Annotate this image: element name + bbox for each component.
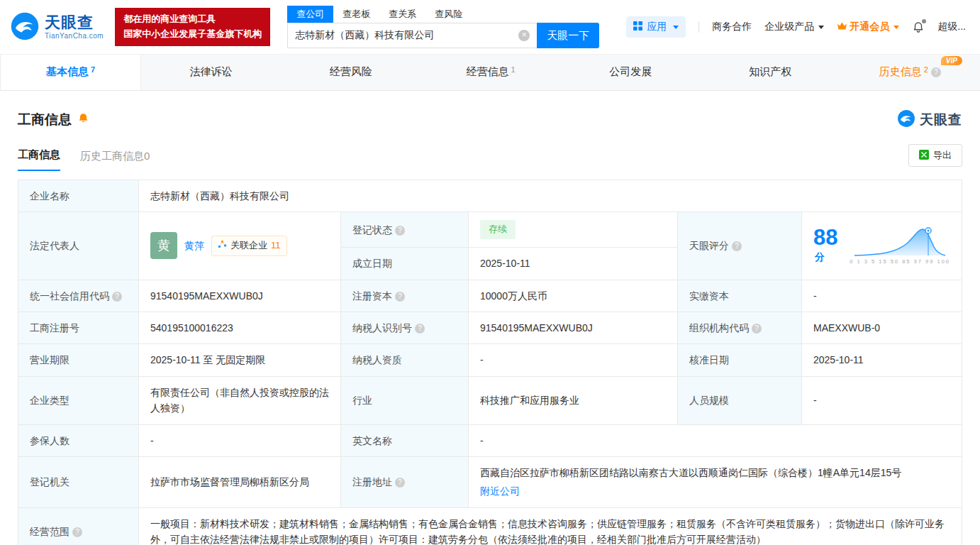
crown-icon (837, 21, 847, 33)
tab-history-info[interactable]: 历史信息2 VIP (840, 55, 980, 90)
help-icon[interactable] (931, 67, 941, 77)
score-unit: 分 (815, 251, 825, 263)
tab-legal-proceedings-label: 法律诉讼 (190, 65, 233, 77)
subtab-business-registration[interactable]: 工商信息 (18, 148, 60, 171)
export-button[interactable]: 导出 (908, 144, 962, 167)
field-label-paid-capital: 实缴资本 (678, 280, 802, 312)
search-tabs: 查公司 查老板 查关系 查风险 (287, 6, 599, 23)
field-label-reg-number: 工商注册号 (18, 312, 139, 343)
field-value-approval-date: 2025-10-11 (802, 344, 962, 376)
section-brand-text: 天眼查 (920, 111, 962, 129)
related-companies-badge[interactable]: 关联企业 11 (211, 236, 287, 256)
reg-status-label-text: 登记状态 (352, 224, 392, 236)
notification-bell-icon[interactable] (912, 21, 925, 33)
chevron-down-icon (893, 26, 899, 29)
business-registration-table: 企业名称 志特新材（西藏）科技有限公司 法定代表人 黄 黄萍 (18, 180, 962, 545)
tianyancha-logo[interactable]: 天眼查 TianYanCha.com (10, 11, 104, 43)
menu-item-open-vip[interactable]: 开通会员 (837, 21, 899, 33)
related-companies-count: 11 (271, 238, 281, 253)
score-number: 88 (813, 225, 837, 250)
clear-search-icon[interactable] (518, 30, 530, 41)
field-value-reg-status: 存续 (469, 212, 678, 248)
field-label-approval-date: 核准日期 (678, 344, 802, 376)
search-tab-boss[interactable]: 查老板 (333, 6, 379, 23)
excel-icon (919, 150, 929, 162)
tab-history-info-label: 历史信息 (879, 65, 922, 77)
help-icon[interactable] (72, 527, 82, 537)
menu-item-enterprise-products[interactable]: 企业级产品 (764, 21, 824, 33)
field-value-reg-authority: 拉萨市市场监督管理局柳梧新区分局 (139, 456, 341, 507)
field-label-english-name: 英文名称 (341, 424, 469, 456)
help-icon[interactable] (732, 241, 742, 251)
reg-capital-label-text: 注册资本 (352, 290, 392, 302)
menu-item-cooperation[interactable]: 商务合作 (712, 21, 752, 33)
help-icon[interactable] (395, 292, 405, 302)
business-scope-label-text: 经营范围 (30, 526, 69, 537)
search-tab-risk[interactable]: 查风险 (425, 6, 472, 23)
help-icon[interactable] (112, 292, 122, 302)
top-header: 天眼查 TianYanCha.com 都在用的商业查询工具 国家中小企业发展子基… (0, 0, 980, 54)
field-value-insured-count: - (139, 424, 341, 456)
taxpayer-id-label-text: 纳税人识别号 (352, 322, 412, 334)
tab-business-info-label: 经营信息 (466, 65, 508, 77)
notification-dot (922, 19, 926, 23)
tab-intellectual-property[interactable]: 知识产权 (701, 55, 840, 90)
search-tab-relation[interactable]: 查关系 (379, 6, 425, 23)
status-badge: 存续 (480, 220, 516, 239)
tab-basic-info-count: 7 (91, 65, 95, 74)
tab-basic-info[interactable]: 基本信息7 (0, 55, 141, 90)
promo-banner: 都在用的商业查询工具 国家中小企业发展子基金旗下机构 (115, 8, 270, 46)
field-value-staff-size: - (802, 376, 962, 424)
field-label-establish-date: 成立日期 (341, 248, 469, 280)
field-label-taxpayer-quality: 纳税人资质 (341, 344, 469, 376)
search-button[interactable]: 天眼一下 (537, 23, 599, 48)
table-row: 统一社会信用代码 91540195MAEXXWUB0J 注册资本 10000万人… (18, 280, 962, 312)
field-label-reg-address: 注册地址 (341, 456, 469, 507)
help-icon[interactable] (752, 324, 762, 334)
alert-bell-icon[interactable] (77, 112, 89, 128)
logo-subtitle: TianYanCha.com (45, 32, 104, 40)
tianyancha-logo-icon (10, 11, 40, 43)
promo-banner-line1: 都在用的商业查询工具 (123, 12, 262, 27)
score-axis-labels: 0 1 3 5 15 50 85 97 99 100 (850, 258, 950, 266)
table-row: 法定代表人 黄 黄萍 关联企业 (18, 212, 962, 248)
account-menu[interactable]: 超级... (937, 21, 966, 33)
tab-legal-proceedings[interactable]: 法律诉讼 (141, 55, 281, 90)
apps-menu-button[interactable]: 应用 (626, 16, 686, 38)
nearby-companies-link[interactable]: 附近公司 (480, 483, 950, 499)
tianyancha-logo-icon (897, 109, 915, 130)
subtab-history-registration[interactable]: 历史工商信息0 (80, 150, 150, 171)
field-label-staff-size: 人员规模 (678, 376, 802, 424)
field-value-business-term: 2025-10-11 至 无固定期限 (139, 344, 341, 376)
help-icon[interactable] (395, 226, 405, 236)
tab-operational-risk[interactable]: 经营风险 (281, 55, 421, 90)
field-value-org-code: MAEXXWUB-0 (802, 312, 962, 343)
field-value-reg-number: 540195100016223 (139, 312, 341, 343)
legal-rep-name-link[interactable]: 黄萍 (184, 238, 204, 253)
tab-business-info[interactable]: 经营信息1 (421, 55, 560, 90)
section-title: 工商信息 (18, 111, 72, 129)
table-row: 参保人数 - 英文名称 - (18, 424, 962, 456)
main-nav-tabs: 基本信息7 法律诉讼 经营风险 经营信息1 公司发展 知识产权 历史信息2 VI… (0, 54, 980, 91)
field-label-business-scope: 经营范围 (18, 507, 139, 545)
legal-rep-avatar[interactable]: 黄 (150, 232, 177, 259)
search-area: 查公司 查老板 查关系 查风险 天眼一下 (287, 6, 599, 48)
tab-history-info-count: 2 (924, 65, 928, 74)
promo-banner-line2: 国家中小企业发展子基金旗下机构 (123, 27, 262, 42)
field-label-reg-capital: 注册资本 (341, 280, 469, 312)
table-row: 企业类型 有限责任公司（非自然人投资或控股的法人独资） 行业 科技推广和应用服务… (18, 376, 962, 424)
help-icon[interactable] (415, 324, 425, 334)
field-value-score: 88分 (802, 212, 962, 280)
field-value-english-name: - (469, 424, 962, 456)
tab-company-development[interactable]: 公司发展 (561, 55, 701, 90)
field-label-taxpayer-id: 纳税人识别号 (341, 312, 469, 343)
section-brand-logo: 天眼查 (897, 109, 962, 130)
search-input[interactable] (295, 30, 518, 41)
search-tab-company[interactable]: 查公司 (287, 6, 333, 23)
score-distribution-chart: 0 1 3 5 15 50 85 97 99 100 (850, 226, 950, 266)
help-icon[interactable] (395, 478, 405, 488)
tab-operational-risk-label: 经营风险 (330, 65, 372, 77)
apps-menu-label: 应用 (647, 21, 667, 33)
logo-title: 天眼查 (45, 14, 104, 31)
field-value-reg-capital: 10000万人民币 (469, 280, 678, 312)
